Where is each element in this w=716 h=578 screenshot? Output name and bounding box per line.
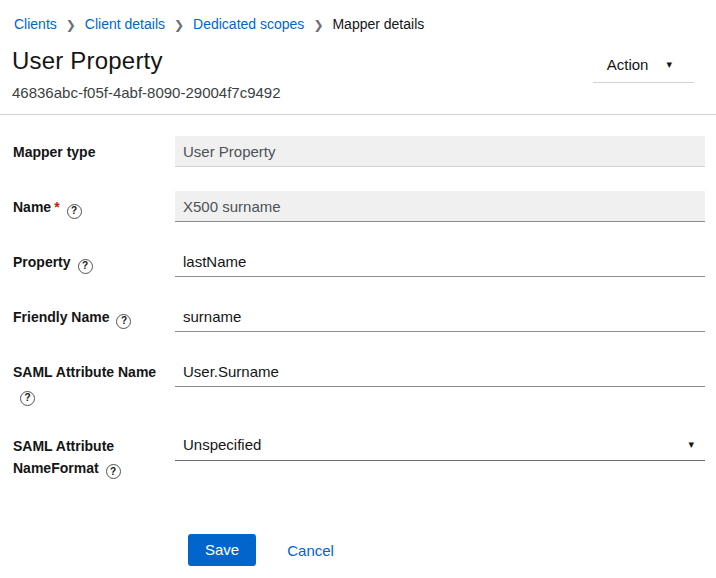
action-dropdown-label: Action [607,56,649,73]
help-icon[interactable]: ? [20,391,35,406]
caret-down-icon: ▾ [666,59,672,70]
chevron-right-icon: ❯ [66,18,76,31]
form-row-saml-nameformat: SAML Attribute NameFormat? Unspecified ▾ [13,430,705,480]
mapper-type-input [175,136,705,167]
mapper-id: 46836abc-f05f-4abf-8090-29004f7c9492 [12,84,281,102]
form-actions: Save Cancel [188,534,705,566]
name-input [175,191,705,222]
help-icon[interactable]: ? [106,464,121,479]
saml-nameformat-select[interactable]: Unspecified ▾ [175,430,705,461]
form-row-friendly-name: Friendly Name? [13,301,705,332]
property-label: Property? [13,246,175,274]
saml-attribute-name-label: SAML Attribute Name? [13,356,175,406]
breadcrumb-clients-link[interactable]: Clients [14,16,57,32]
friendly-name-label: Friendly Name? [13,301,175,329]
friendly-name-input[interactable] [175,301,705,332]
mapper-form: Mapper type Name*? Property? [0,115,716,566]
property-input[interactable] [175,246,705,277]
saml-nameformat-selected-value: Unspecified [183,436,261,453]
page-header-text: User Property 46836abc-f05f-4abf-8090-29… [12,46,281,102]
page-header: User Property 46836abc-f05f-4abf-8090-29… [0,32,716,102]
chevron-right-icon: ❯ [174,18,184,31]
page-title: User Property [12,46,281,75]
mapper-details-page: Clients ❯ Client details ❯ Dedicated sco… [0,0,716,578]
breadcrumb: Clients ❯ Client details ❯ Dedicated sco… [0,0,716,32]
action-dropdown-button[interactable]: Action ▾ [593,49,694,83]
required-asterisk: * [54,199,59,215]
cancel-link[interactable]: Cancel [287,542,334,559]
caret-down-icon: ▾ [688,439,694,450]
help-icon[interactable]: ? [78,259,93,274]
form-row-saml-attribute-name: SAML Attribute Name? [13,356,705,406]
form-row-name: Name*? [13,191,705,222]
saml-attribute-name-input[interactable] [175,356,705,387]
name-label: Name*? [13,191,175,219]
help-icon[interactable]: ? [67,204,82,219]
chevron-right-icon: ❯ [313,18,323,31]
form-row-property: Property? [13,246,705,277]
help-icon[interactable]: ? [116,314,131,329]
breadcrumb-client-details-link[interactable]: Client details [85,16,165,32]
mapper-type-label: Mapper type [13,136,175,163]
save-button[interactable]: Save [188,534,256,566]
breadcrumb-mapper-details-current: Mapper details [332,16,424,32]
saml-nameformat-label: SAML Attribute NameFormat? [13,430,175,480]
breadcrumb-dedicated-scopes-link[interactable]: Dedicated scopes [193,16,304,32]
form-row-mapper-type: Mapper type [13,136,705,167]
